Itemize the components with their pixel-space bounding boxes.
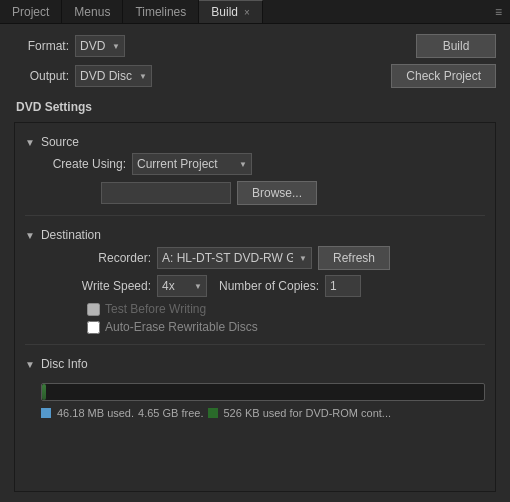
tab-build[interactable]: Build × [199,0,263,23]
test-before-writing-row: Test Before Writing [41,302,485,316]
copies-label: Number of Copies: [219,279,319,293]
write-speed-row: Write Speed: 4x Number of Copies: [41,275,485,297]
legend-rom-text: 526 KB used for DVD-ROM cont... [224,407,392,419]
format-select[interactable]: DVD [75,35,125,57]
disc-info-section-header[interactable]: ▼ Disc Info [25,353,485,375]
recorder-row: Recorder: A: HL-DT-ST DVD-RW GH... Refre… [41,246,485,270]
panel-menu-icon[interactable]: ≡ [495,5,502,19]
recorder-label: Recorder: [71,251,151,265]
create-using-label: Create Using: [41,157,126,171]
source-section: ▼ Source Create Using: Current Project B… [25,131,485,205]
destination-content: Recorder: A: HL-DT-ST DVD-RW GH... Refre… [25,246,485,334]
tab-build-label: Build [211,5,238,19]
auto-erase-row: Auto-Erase Rewritable Discs [41,320,485,334]
disc-info-section: ▼ Disc Info 46.18 MB used. 4.65 GB free.… [25,353,485,419]
source-path-input[interactable] [101,182,231,204]
source-triangle-icon: ▼ [25,137,35,148]
write-speed-select-wrap: 4x [157,275,207,297]
tab-icons: ≡ [487,0,510,23]
divider-1 [25,215,485,216]
tab-build-close[interactable]: × [244,7,250,18]
auto-erase-label: Auto-Erase Rewritable Discs [105,320,258,334]
build-button[interactable]: Build [416,34,496,58]
disc-usage-bar [41,383,485,401]
tab-bar: Project Menus Timelines Build × ≡ [0,0,510,24]
tab-timelines-label: Timelines [135,5,186,19]
recorder-select-wrap: A: HL-DT-ST DVD-RW GH... [157,247,312,269]
destination-triangle-icon: ▼ [25,230,35,241]
build-panel: Format: DVD Build Output: DVD Disc Check… [0,24,510,502]
browse-button[interactable]: Browse... [237,181,317,205]
source-section-header[interactable]: ▼ Source [25,131,485,153]
tab-project[interactable]: Project [0,0,62,23]
tab-project-label: Project [12,5,49,19]
format-label: Format: [14,39,69,53]
disc-legend: 46.18 MB used. 4.65 GB free. 526 KB used… [41,407,485,419]
tab-spacer [263,0,487,23]
format-select-wrap: DVD [75,35,125,57]
write-speed-label: Write Speed: [71,279,151,293]
recorder-select[interactable]: A: HL-DT-ST DVD-RW GH... [157,247,312,269]
output-select-wrap: DVD Disc [75,65,152,87]
output-select[interactable]: DVD Disc [75,65,152,87]
dvd-settings-title: DVD Settings [16,100,496,114]
format-row: Format: DVD Build [14,34,496,58]
output-label: Output: [14,69,69,83]
legend-used-text: 46.18 MB used. [57,407,134,419]
browse-row: Browse... [101,181,485,205]
disc-info-triangle-icon: ▼ [25,359,35,370]
destination-section-label: Destination [41,228,101,242]
copies-input[interactable] [325,275,361,297]
destination-section: ▼ Destination Recorder: A: HL-DT-ST DVD-… [25,224,485,334]
settings-scroll-area[interactable]: ▼ Source Create Using: Current Project B… [14,122,496,492]
create-using-select[interactable]: Current Project [132,153,252,175]
test-before-writing-label: Test Before Writing [105,302,206,316]
write-speed-select[interactable]: 4x [157,275,207,297]
auto-erase-checkbox[interactable] [87,321,100,334]
tab-menus-label: Menus [74,5,110,19]
test-before-writing-checkbox[interactable] [87,303,100,316]
disc-bar-fill [42,384,46,400]
legend-used-icon [41,408,51,418]
output-row: Output: DVD Disc Check Project [14,64,496,88]
source-content: Create Using: Current Project Browse... [25,153,485,205]
create-using-select-wrap: Current Project [132,153,252,175]
divider-2 [25,344,485,345]
check-project-button[interactable]: Check Project [391,64,496,88]
disc-info-content: 46.18 MB used. 4.65 GB free. 526 KB used… [25,383,485,419]
create-using-row: Create Using: Current Project [41,153,485,175]
tab-menus[interactable]: Menus [62,0,123,23]
refresh-button[interactable]: Refresh [318,246,390,270]
destination-section-header[interactable]: ▼ Destination [25,224,485,246]
disc-info-section-label: Disc Info [41,357,88,371]
legend-rom-icon [208,408,218,418]
legend-free-text: 4.65 GB free. [138,407,203,419]
tab-timelines[interactable]: Timelines [123,0,199,23]
source-section-label: Source [41,135,79,149]
